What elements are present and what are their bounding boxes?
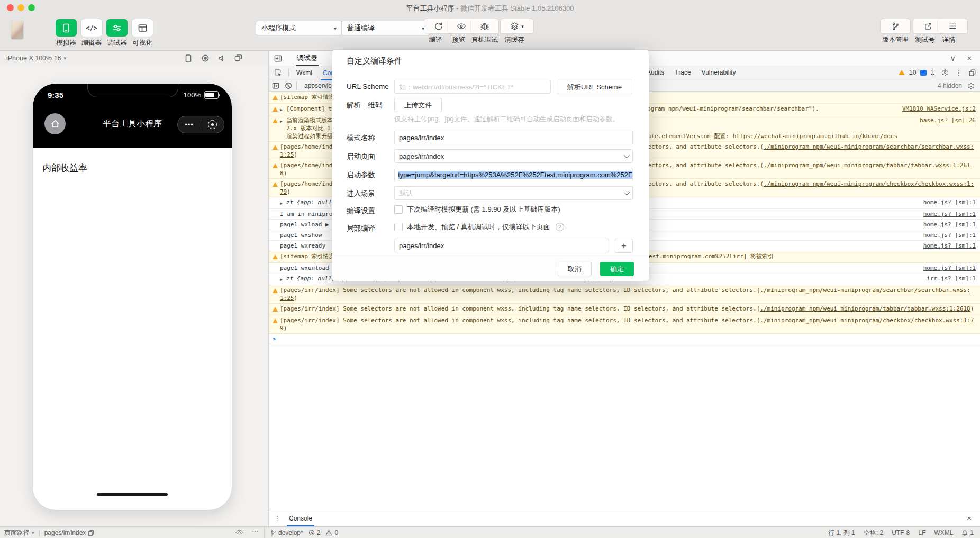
simulator-toggle-button[interactable]: 模拟器 [54,19,78,48]
console-source-link[interactable]: home.js? [sm]:1 [923,221,976,229]
page-path-select[interactable]: 页面路径▾ [4,528,34,537]
details-button[interactable]: 详情 [938,19,960,44]
expand-caret-icon[interactable]: ▶ [280,117,286,125]
settings-gear-icon[interactable] [941,69,949,76]
tab-trace[interactable]: Trace [669,66,696,79]
expand-caret-icon[interactable]: ▶ [280,276,286,284]
custom-compile-dialog: 自定义编译条件 URL Scheme 解析URL Scheme 解析二维码 上传… [332,50,649,281]
kebab-menu-icon[interactable]: ⋮ [269,515,285,522]
remote-debug-button[interactable]: 真机调试 [470,19,500,44]
console-source-link[interactable]: home.js? [sm]:1 [923,198,976,206]
preview-button[interactable]: 预览 [448,19,470,44]
expand-caret-icon[interactable]: ▶ [280,199,286,207]
visualizer-toggle-button[interactable]: 可视化 [130,19,155,48]
avatar[interactable] [11,21,23,39]
window-title: 平台工具小程序 - 微信开发者工具 Stable 1.05.2106300 [0,4,980,13]
version-manage-button[interactable]: 版本管理 [879,19,911,44]
console-source-link[interactable]: home.js? [sm]:1 [923,242,976,250]
partial-page-input[interactable] [394,239,609,252]
record-icon[interactable] [202,54,209,62]
copy-icon[interactable] [88,530,94,536]
encoding[interactable]: UTF-8 [892,529,910,536]
console-sidebar-icon[interactable] [272,83,279,89]
expand-caret-icon[interactable]: ▶ [280,106,286,114]
console-source-link[interactable]: irr.js? [sm]:1 [927,275,976,282]
console-prompt-row[interactable]: > [269,334,980,344]
tab-wxml[interactable]: Wxml [291,66,317,80]
console-warning-row[interactable]: [pages/irr/index] Some selectors are not… [269,304,980,315]
parse-url-scheme-button[interactable]: 解析URL Scheme [557,80,632,94]
cursor-position[interactable]: 行 1, 列 1 [828,528,855,537]
drawer-tab-console[interactable]: Console [285,510,316,527]
eol-type[interactable]: LF [918,529,925,536]
chevron-down-icon: ▾ [329,25,337,31]
chevron-down-icon: ▾ [521,24,524,29]
clear-cache-button[interactable]: ▾ 清缓存 [501,19,528,44]
current-page-path[interactable]: pages/irr/index [44,529,95,536]
tab-debugger[interactable]: 调试器 [294,51,321,66]
kebab-menu-icon[interactable]: ⋮ [955,68,963,77]
simulator-header: iPhone X 100% 16 ▾ [0,51,268,66]
compile-button[interactable]: 编译 [424,19,447,44]
test-account-button[interactable]: 测试号 [913,19,937,44]
scene-select[interactable]: 默认 [394,186,633,200]
console-source-link[interactable]: home.js? [sm]:1 [923,210,976,218]
popout-window-icon[interactable] [234,54,242,61]
exit-button[interactable] [201,120,224,129]
language-mode[interactable]: WXML [934,529,953,536]
url-scheme-input[interactable] [394,80,551,94]
device-frame-icon[interactable] [185,54,192,62]
device-select[interactable]: iPhone X 100% 16 [6,54,61,62]
hidden-messages-link[interactable]: 4 hidden [938,82,962,89]
console-warning-row[interactable]: [pages/irr/index] Some selectors are not… [269,285,980,304]
app-mode-select[interactable]: 小程序模式 ▾ [256,21,342,35]
collapse-icon[interactable]: ∨ [950,54,956,62]
close-drawer-icon[interactable]: × [967,514,980,523]
console-source-link[interactable]: VM1810 WAService.js:2 [902,105,976,113]
notifications[interactable]: 1 [961,529,974,536]
editor-toggle-button[interactable]: </> 编辑器 [79,19,104,48]
console-source-link[interactable]: home.js? [sm]:1 [923,264,976,272]
help-icon[interactable]: ? [556,223,564,231]
console-source-link[interactable]: home.js? [sm]:1 [923,231,976,239]
console-settings-gear-icon[interactable] [962,82,980,89]
upload-file-button[interactable]: 上传文件 [394,98,442,112]
console-prompt-icon[interactable]: > [273,335,280,343]
inspect-icon[interactable] [269,69,286,77]
error-count[interactable]: 2 [308,529,321,536]
cancel-button[interactable]: 取消 [558,262,592,276]
dock-icon[interactable] [274,55,282,62]
mode-name-input[interactable] [394,131,633,144]
more-options-icon[interactable]: ⋯ [252,527,259,535]
more-menu-button[interactable]: ••• [178,121,201,129]
close-icon[interactable]: × [967,54,972,62]
eye-icon[interactable] [235,529,243,535]
warning-count[interactable]: 10 [909,69,916,76]
partial-compile-checkbox[interactable] [394,223,403,231]
launch-params-input[interactable]: type=jump&targeturl=https%253A%252F%252F… [394,168,633,181]
debugger-toggle-button[interactable]: 调试器 [105,19,129,48]
launch-page-select[interactable]: pages/irr/index [394,149,633,163]
confirm-button[interactable]: 确定 [600,262,634,276]
git-branch-indicator[interactable]: develop* [270,529,303,536]
console-file-link[interactable]: ./miniprogram_npm/weui-miniprogram/tabba… [760,305,970,312]
warning-count-status[interactable]: 0 [325,529,338,536]
warning-badge-icon [899,70,905,75]
console-file-link[interactable]: ./miniprogram_npm/weui-miniprogram/check… [280,317,974,332]
console-file-link[interactable]: ./miniprogram_npm/weui-miniprogram/searc… [280,287,970,302]
console-source-link[interactable]: base.js? [sm]:26 [920,116,976,124]
add-page-button[interactable]: + [615,239,633,253]
indentation[interactable]: 空格: 2 [864,528,883,537]
tab-vulnerability[interactable]: Vulnerability [696,66,741,79]
phone-simulator[interactable]: 9:35 100% 平台工具小程序 ••• 内部收益率 [33,84,232,510]
simulate-update-checkbox[interactable] [394,205,403,214]
console-file-link[interactable]: https://wechat-miniprogram.github.io/kbo… [733,133,897,140]
audio-mute-icon[interactable] [218,54,225,62]
undock-icon[interactable] [969,69,976,76]
clear-console-icon[interactable] [285,82,292,89]
home-button[interactable] [44,113,66,134]
bug-icon [480,22,489,31]
compile-mode-select[interactable]: 普通编译 ▾ [341,21,430,35]
console-warning-row[interactable]: [pages/irr/index] Some selectors are not… [269,315,980,334]
menu-icon [949,23,957,30]
